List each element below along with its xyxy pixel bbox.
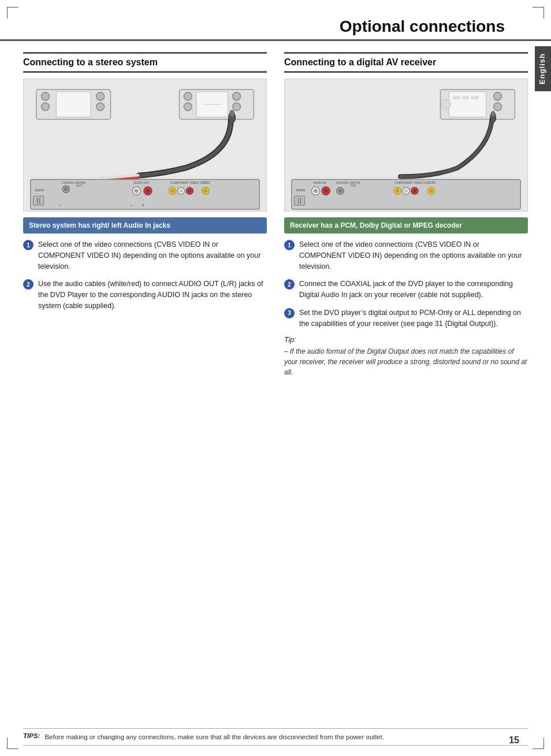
- svg-point-35: [180, 190, 183, 192]
- svg-point-28: [135, 189, 138, 192]
- tip-title: Tip:: [284, 336, 528, 344]
- right-steps: 1 Select one of the video connections (C…: [284, 239, 528, 329]
- svg-rect-18: [33, 196, 44, 205]
- tips-body: Before making or changing any connection…: [44, 732, 384, 742]
- svg-point-62: [314, 189, 317, 192]
- svg-text:~: ~: [296, 192, 298, 195]
- svg-point-76: [413, 190, 416, 192]
- svg-point-72: [396, 190, 399, 192]
- svg-rect-49: [462, 97, 469, 99]
- step-num-1: 1: [23, 240, 33, 250]
- page-title-area: Optional connections: [0, 17, 551, 41]
- tips-label: TIPS:: [23, 732, 40, 742]
- svg-text:MAINS: MAINS: [296, 189, 306, 192]
- step-num-2: 2: [23, 279, 33, 290]
- svg-text:CVBS: CVBS: [428, 181, 436, 184]
- corner-mark-br: [533, 738, 544, 749]
- right-highlight-box: Receiver has a PCM, Dolby Digital or MPE…: [284, 217, 528, 234]
- svg-point-11: [96, 103, 105, 111]
- svg-rect-50: [471, 97, 478, 99]
- right-step-3-text: Set the DVD player’s digital output to P…: [299, 307, 528, 329]
- right-section-title: Connecting to a digital AV receiver: [284, 57, 528, 68]
- corner-mark-bl: [7, 738, 18, 749]
- svg-point-9: [42, 103, 50, 111]
- left-step-2: 2 Use the audio cables (white/red) to co…: [23, 279, 267, 311]
- svg-text:AUDIO OUT: AUDIO OUT: [133, 181, 149, 184]
- svg-point-45: [494, 92, 502, 101]
- digital-diagram: MAINS ~ AUDIO IN COAXIAL: [284, 79, 528, 212]
- svg-text:L: L: [59, 204, 61, 207]
- svg-point-79: [430, 190, 433, 192]
- svg-point-2: [184, 103, 192, 111]
- stereo-diagram-svg: MAINS ~ COAXIAL DIGITAL OUT AUDIO OUT: [24, 79, 266, 211]
- svg-point-10: [96, 92, 105, 101]
- right-column: Connecting to a digital AV receiver: [284, 52, 528, 377]
- columns-container: Connecting to a stereo system: [23, 52, 528, 377]
- left-step-1-text: Select one of the video connections (CVB…: [38, 239, 267, 272]
- left-column: Connecting to a stereo system: [23, 52, 267, 377]
- svg-point-1: [184, 92, 192, 101]
- page-number: 15: [509, 735, 519, 746]
- svg-text:COAXIAL: COAXIAL: [62, 181, 75, 184]
- tip-text: – If the audio format of the Digital Out…: [284, 346, 528, 377]
- svg-text:COAXIAL: COAXIAL: [336, 181, 349, 184]
- english-tab: English: [535, 46, 551, 91]
- left-step-1: 1 Select one of the video connections (C…: [23, 239, 267, 272]
- right-step-num-3: 3: [284, 308, 295, 318]
- svg-point-14: [230, 110, 234, 117]
- svg-rect-12: [56, 92, 90, 117]
- bottom-tips-bar: TIPS: Before making or changing any conn…: [23, 728, 528, 746]
- left-steps: 1 Select one of the video connections (C…: [23, 239, 267, 312]
- tip-section: Tip: – If the audio format of the Digita…: [284, 336, 528, 377]
- right-step-2-text: Connect the COAXIAL jack of the DVD play…: [299, 279, 528, 301]
- left-section-title: Connecting to a stereo system: [23, 57, 267, 68]
- right-step-num-1: 1: [284, 240, 295, 250]
- svg-text:OUT: OUT: [351, 184, 356, 187]
- svg-point-30: [146, 189, 150, 192]
- svg-text:OUT: OUT: [76, 184, 82, 187]
- left-step-2-text: Use the audio cables (white/red) to conn…: [38, 279, 267, 311]
- right-step-3: 3 Set the DVD player’s digital output to…: [284, 307, 528, 329]
- svg-point-53: [491, 112, 495, 117]
- right-step-1-text: Select one of the video connections (CVB…: [299, 239, 528, 272]
- right-section-header: Connecting to a digital AV receiver: [284, 52, 528, 73]
- left-section-header: Connecting to a stereo system: [23, 52, 267, 73]
- svg-text:R: R: [142, 204, 144, 207]
- svg-point-67: [338, 189, 342, 192]
- svg-text:MAINS: MAINS: [35, 189, 44, 192]
- svg-point-33: [171, 190, 174, 192]
- svg-rect-48: [453, 97, 460, 99]
- svg-point-4: [233, 103, 241, 111]
- right-step-2: 2 Connect the COAXIAL jack of the DVD pl…: [284, 279, 528, 301]
- svg-text:~: ~: [35, 192, 37, 195]
- svg-point-40: [204, 190, 207, 192]
- svg-rect-47: [449, 92, 486, 117]
- corner-mark-tl: [7, 7, 18, 18]
- corner-mark-tr: [533, 7, 544, 18]
- svg-point-37: [188, 190, 191, 192]
- svg-point-64: [324, 189, 327, 192]
- stereo-diagram: MAINS ~ COAXIAL DIGITAL OUT AUDIO OUT: [23, 79, 267, 212]
- svg-point-3: [233, 92, 241, 101]
- page-title: Optional connections: [340, 17, 505, 39]
- svg-point-46: [494, 103, 502, 111]
- svg-text:COMPONENT VIDEO OUT: COMPONENT VIDEO OUT: [171, 181, 206, 184]
- svg-point-51: [441, 100, 451, 109]
- right-step-num-2: 2: [284, 279, 295, 290]
- svg-point-8: [42, 92, 50, 101]
- right-step-1: 1 Select one of the video connections (C…: [284, 239, 528, 272]
- svg-text:AUDIO IN: AUDIO IN: [313, 181, 326, 184]
- digital-diagram-svg: MAINS ~ AUDIO IN COAXIAL: [285, 79, 527, 211]
- svg-text:COMPONENT VIDEO OUT: COMPONENT VIDEO OUT: [394, 181, 430, 184]
- svg-rect-57: [295, 196, 305, 205]
- main-content: Connecting to a stereo system: [23, 46, 528, 721]
- svg-point-74: [405, 190, 408, 192]
- svg-point-23: [64, 187, 68, 191]
- svg-text:CVBS: CVBS: [202, 181, 210, 184]
- left-highlight-box: Stereo system has right/ left Audio In j…: [23, 217, 267, 234]
- svg-text:L: L: [131, 204, 132, 207]
